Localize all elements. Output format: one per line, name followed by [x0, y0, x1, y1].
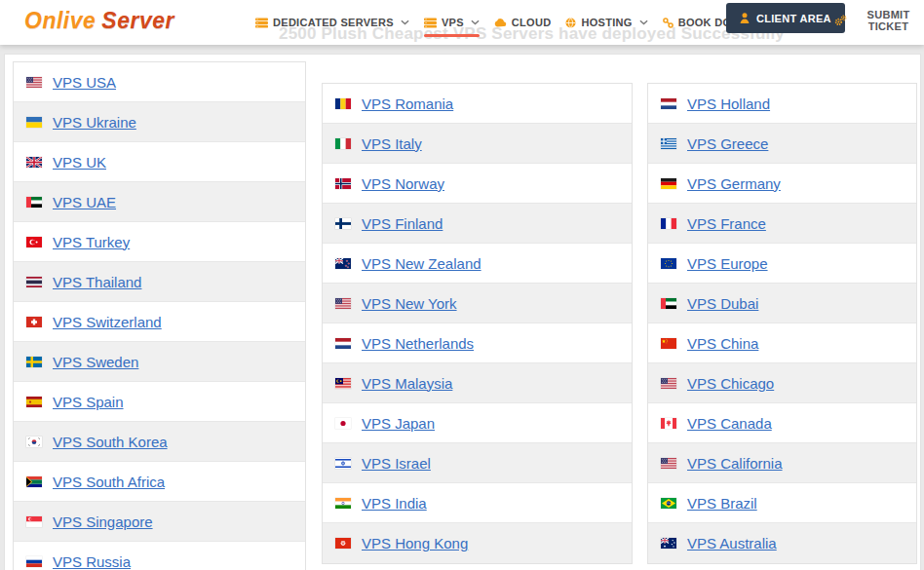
nav-item-cloud[interactable]: CLOUD — [494, 13, 552, 32]
vps-row: VPS USA — [14, 62, 305, 102]
flag-south-africa-icon — [26, 476, 42, 487]
vps-link[interactable]: VPS New Zealand — [362, 255, 481, 272]
main-nav: DEDICATED SERVERS VPS CLOUD HOSTING — [255, 0, 767, 45]
vps-row: VPS Russia — [14, 542, 305, 570]
vps-link[interactable]: VPS Sweden — [53, 354, 138, 370]
nav-label: HOSTING — [581, 17, 632, 28]
flag-china-icon — [661, 338, 676, 349]
globe-icon — [565, 18, 576, 28]
vps-link[interactable]: VPS Norway — [362, 175, 444, 192]
vps-link[interactable]: VPS USA — [53, 74, 116, 91]
vps-link[interactable]: VPS Singapore — [53, 513, 153, 530]
vps-link[interactable]: VPS New York — [362, 295, 457, 312]
vps-link[interactable]: VPS Holland — [687, 95, 770, 112]
vps-link[interactable]: VPS California — [687, 455, 783, 472]
vps-row: VPS Thailand — [14, 262, 305, 302]
flag-israel-icon — [335, 458, 351, 469]
vps-row: VPS Italy — [323, 124, 632, 164]
client-area-button[interactable]: CLIENT AREA — [726, 3, 845, 33]
vps-row: VPS Ukraine — [14, 102, 305, 142]
flag-italy-icon — [335, 138, 351, 149]
nav-item-hosting[interactable]: HOSTING — [565, 13, 647, 32]
flag-greece-icon — [661, 138, 676, 149]
vps-link[interactable]: VPS Germany — [687, 175, 781, 192]
vps-link[interactable]: VPS Canada — [687, 415, 772, 432]
vps-link[interactable]: VPS Switzerland — [53, 314, 162, 330]
vps-link[interactable]: VPS France — [687, 215, 766, 232]
vps-link[interactable]: VPS Israel — [362, 455, 431, 472]
flag-norway-icon — [335, 178, 351, 189]
flag-usa-icon — [335, 298, 351, 309]
vps-row: VPS China — [648, 323, 916, 363]
vps-row: VPS New Zealand — [323, 244, 632, 284]
vps-row: VPS UK — [14, 142, 305, 182]
chevron-down-icon — [471, 19, 480, 25]
flag-france-icon — [661, 218, 676, 229]
flag-usa-icon — [26, 77, 42, 88]
flag-romania-icon — [335, 98, 351, 109]
vps-link[interactable]: VPS China — [687, 335, 758, 352]
vps-row: VPS Malaysia — [323, 363, 632, 403]
logo-text-1: Onlive — [24, 8, 96, 33]
flag-usa-icon — [661, 378, 676, 389]
flag-turkey-icon — [26, 237, 42, 247]
flag-hong-kong-icon — [335, 538, 351, 549]
flag-japan-icon — [335, 418, 351, 429]
flag-uk-icon — [26, 157, 42, 168]
vps-row: VPS France — [648, 204, 916, 244]
vps-link[interactable]: VPS Australia — [687, 535, 777, 551]
vps-link[interactable]: VPS Malaysia — [362, 375, 452, 392]
flag-spain-icon — [26, 397, 42, 407]
gears-icon — [834, 15, 847, 26]
site-logo[interactable]: OnliveServer — [24, 8, 174, 34]
vps-row: VPS Greece — [648, 124, 916, 164]
vps-row: VPS Chicago — [648, 363, 916, 403]
nav-item-vps[interactable]: VPS — [424, 13, 480, 32]
vps-link[interactable]: VPS Europe — [687, 255, 768, 272]
cloud-icon — [494, 18, 507, 27]
vps-link[interactable]: VPS Finland — [362, 215, 443, 232]
nav-item-dedicated-servers[interactable]: DEDICATED SERVERS — [255, 13, 409, 32]
vps-row: VPS Spain — [14, 382, 305, 422]
server-icon — [255, 18, 268, 28]
vps-link[interactable]: VPS Greece — [687, 135, 768, 152]
vps-link[interactable]: VPS Italy — [362, 135, 422, 152]
vps-link[interactable]: VPS UAE — [53, 194, 116, 210]
vps-link[interactable]: VPS Hong Kong — [362, 535, 468, 551]
vps-link[interactable]: VPS Spain — [53, 394, 124, 410]
vps-row: VPS Finland — [323, 204, 632, 244]
vps-link[interactable]: VPS Russia — [53, 553, 131, 570]
vps-link[interactable]: VPS Turkey — [53, 234, 130, 250]
user-icon — [740, 13, 750, 23]
server-icon — [424, 18, 437, 28]
chevron-down-icon — [639, 19, 648, 25]
vps-row: VPS Hong Kong — [323, 523, 632, 563]
vps-link[interactable]: VPS South Korea — [53, 434, 168, 450]
vps-row: VPS UAE — [14, 182, 305, 222]
logo-text-2: Server — [101, 8, 174, 33]
flag-uae-icon — [661, 298, 676, 309]
submit-ticket-button[interactable]: SUBMIT TICKET — [834, 9, 924, 32]
top-header: OnliveServer 2500 Plush Cheapest VPS Ser… — [0, 0, 924, 45]
vps-link[interactable]: VPS South Africa — [53, 474, 165, 490]
vps-link[interactable]: VPS Japan — [362, 415, 435, 432]
vps-row: VPS New York — [323, 284, 632, 323]
flag-sweden-icon — [26, 357, 42, 367]
vps-link[interactable]: VPS Dubai — [687, 295, 758, 312]
flag-eu-icon — [661, 258, 676, 269]
vps-link[interactable]: VPS Netherlands — [362, 335, 474, 352]
nav-label: CLOUD — [512, 17, 552, 28]
vps-link[interactable]: VPS Romania — [362, 95, 453, 112]
vps-link[interactable]: VPS India — [362, 495, 427, 512]
flag-germany-icon — [661, 178, 676, 189]
flag-switzerland-icon — [26, 317, 42, 327]
vps-link[interactable]: VPS Chicago — [687, 375, 774, 392]
vps-column-2: VPS Romania VPS Italy VPS Norway VPS Fin… — [322, 83, 633, 564]
vps-row: VPS Netherlands — [323, 323, 632, 363]
nav-label: DEDICATED SERVERS — [273, 17, 394, 28]
vps-link[interactable]: VPS UK — [53, 154, 106, 171]
vps-link[interactable]: VPS Ukraine — [53, 114, 136, 131]
vps-link[interactable]: VPS Thailand — [53, 274, 141, 290]
vps-link[interactable]: VPS Brazil — [687, 495, 757, 512]
flag-netherlands-icon — [661, 98, 676, 109]
